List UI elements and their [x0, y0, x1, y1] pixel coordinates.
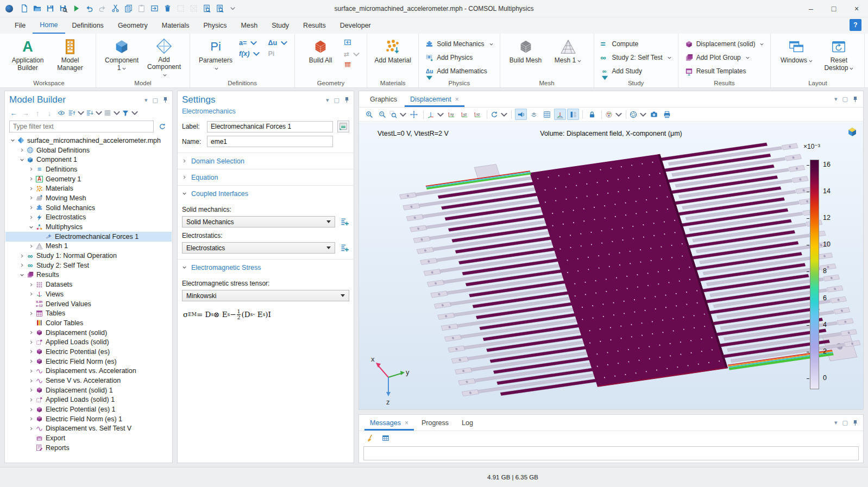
menu-mesh[interactable]: Mesh — [234, 17, 265, 34]
menu-file[interactable]: File — [8, 17, 33, 34]
tree-item-derived-values[interactable]: 8.85e-12Derived Values — [5, 299, 172, 309]
tree-item-moving-mesh[interactable]: Moving Mesh — [5, 193, 172, 203]
select-box-icon[interactable] — [174, 3, 187, 15]
section-electromagnetic-stress[interactable]: Electromagnetic Stress — [178, 260, 354, 275]
duplicate-icon[interactable] — [148, 3, 161, 15]
component-1-button[interactable]: Component 1 — [103, 37, 141, 79]
zoom-extents-button[interactable] — [408, 109, 420, 120]
menu-study[interactable]: Study — [265, 17, 296, 34]
view-xy-button[interactable]: xy — [445, 109, 457, 120]
f-x-button[interactable]: f(x) — [239, 50, 260, 58]
expand-icon[interactable] — [27, 426, 35, 431]
section-domain-selection[interactable]: Domain Selection — [178, 153, 354, 169]
solid-mechanics-button[interactable]: Solid Mechanics — [425, 38, 493, 50]
study-2-self-test-button[interactable]: ∞Study 2: Self Test — [601, 52, 671, 64]
toolbar-overflow-icon[interactable] — [226, 3, 239, 15]
copy-icon[interactable] — [122, 3, 135, 15]
result-templates-button[interactable]: Result Templates — [685, 65, 764, 77]
expand-icon[interactable] — [27, 378, 35, 383]
refresh-icon[interactable] — [157, 121, 168, 132]
expand-icon[interactable] — [27, 330, 35, 335]
expand-icon[interactable] — [27, 340, 35, 345]
messages-tab-messages[interactable]: Messages× — [364, 416, 414, 431]
menu-geometry[interactable]: Geometry — [111, 17, 155, 34]
add-study-button[interactable]: ∞Add Study — [601, 65, 671, 77]
mesh-1-button[interactable]: Mesh 1 — [549, 37, 587, 79]
tree-item-reports[interactable]: Reports — [5, 443, 172, 453]
close-button[interactable]: × — [845, 0, 868, 17]
chevron-down-icon[interactable]: ▾ — [326, 97, 329, 104]
maximize-button[interactable]: □ — [822, 0, 845, 17]
messages-output[interactable] — [363, 446, 859, 460]
expand-icon[interactable] — [27, 167, 35, 172]
scene-light-button[interactable] — [515, 109, 527, 120]
cut-icon[interactable] — [109, 3, 122, 15]
add-material-button[interactable]: Add Material — [374, 37, 412, 79]
back-button[interactable]: ← — [8, 107, 19, 118]
collapse-icon[interactable] — [9, 138, 16, 143]
float-panel-icon[interactable]: ▢ — [334, 97, 339, 104]
menu-home[interactable]: Home — [33, 17, 65, 34]
tree-item-views[interactable]: Views — [5, 289, 172, 299]
build-all-button[interactable]: Build All — [301, 37, 339, 79]
tree-item-electric-potential-es[interactable]: Electric Potential (es) — [5, 347, 172, 357]
model-manager-button[interactable]: Model Manager — [51, 37, 89, 79]
image-snapshot-button[interactable] — [648, 109, 660, 120]
tree-item-applied-loads-solid[interactable]: Applied Loads (solid) — [5, 337, 172, 347]
graphics-tab-graphics[interactable]: Graphics — [364, 92, 402, 107]
rotate-view-button[interactable] — [490, 109, 508, 120]
tree-item-applied-loads-solid-1[interactable]: Applied Loads (solid) 1 — [5, 395, 172, 405]
expand-icon[interactable] — [27, 388, 35, 393]
pin-icon[interactable] — [853, 96, 858, 103]
pi-button[interactable]: Pi — [268, 50, 288, 58]
expand-icon[interactable] — [27, 195, 35, 200]
label-input[interactable] — [207, 121, 333, 132]
collapse-icon[interactable] — [18, 157, 26, 162]
new-file-icon[interactable] — [17, 3, 30, 15]
expand-icon[interactable] — [27, 215, 35, 220]
close-tab-icon[interactable]: × — [405, 419, 408, 427]
expand-icon[interactable] — [27, 186, 35, 191]
tree-item-electrostatics[interactable]: Electrostatics — [5, 213, 172, 223]
add-interface-icon[interactable] — [339, 217, 349, 227]
tree-item-solid-mechanics[interactable]: Solid Mechanics — [5, 203, 172, 213]
tree-item-sense-v-vs-acceleration[interactable]: Sense V vs. Acceleration — [5, 376, 172, 385]
zoom-box-button[interactable] — [389, 109, 407, 120]
tree-item-study-1-normal-operation[interactable]: ∞Study 1: Normal Operation — [5, 251, 172, 261]
undo-icon[interactable] — [83, 3, 96, 15]
help-button[interactable]: ? — [850, 19, 861, 31]
environment-reflections-button[interactable] — [605, 109, 622, 120]
filter-button[interactable] — [122, 107, 139, 118]
collapse-all-button[interactable] — [86, 107, 103, 118]
settings-subtitle[interactable]: Electromechanics — [178, 107, 354, 115]
node-text-button[interactable] — [104, 107, 121, 118]
section-coupled-interfaces[interactable]: Coupled Interfaces — [178, 186, 354, 201]
collapse-icon[interactable] — [27, 225, 35, 230]
fence-button[interactable] — [344, 61, 360, 70]
named-selection-button[interactable] — [337, 121, 349, 132]
float-panel-icon[interactable]: ▢ — [842, 96, 848, 103]
expand-icon[interactable] — [18, 148, 26, 153]
forward-button[interactable]: → — [20, 107, 31, 118]
tree-item-component-1[interactable]: Component 1 — [5, 155, 172, 165]
close-tab-icon[interactable]: × — [455, 96, 459, 103]
tree-item-color-tables[interactable]: Color Tables — [5, 318, 172, 328]
deselect-box-icon[interactable] — [187, 3, 200, 15]
tree-item-electric-potential-es-1[interactable]: Electric Potential (es) 1 — [5, 404, 172, 414]
solid-mechanics-select[interactable]: Solid Mechanics — [182, 216, 335, 227]
graphics-tab-displacement[interactable]: Displacement× — [405, 92, 464, 107]
name-input[interactable] — [207, 136, 333, 147]
find-in-model-icon[interactable] — [213, 3, 226, 15]
show-button[interactable] — [56, 107, 67, 118]
tree-item-multiphysics[interactable]: Multiphysics — [5, 222, 172, 232]
expand-icon[interactable] — [27, 397, 35, 402]
tree-item-electromechanical-forces-1[interactable]: Electromechanical Forces 1 — [5, 232, 172, 242]
paste-icon[interactable] — [135, 3, 148, 15]
add-physics-button[interactable]: Add Physics — [425, 52, 493, 64]
run-icon[interactable] — [70, 3, 83, 15]
transparency-button[interactable] — [528, 109, 540, 120]
lock-view-button[interactable] — [586, 109, 598, 120]
tree-item-definitions[interactable]: ≡Definitions — [5, 165, 172, 174]
collapse-icon[interactable] — [18, 273, 26, 277]
add-plot-group-button[interactable]: Add Plot Group — [685, 52, 764, 64]
